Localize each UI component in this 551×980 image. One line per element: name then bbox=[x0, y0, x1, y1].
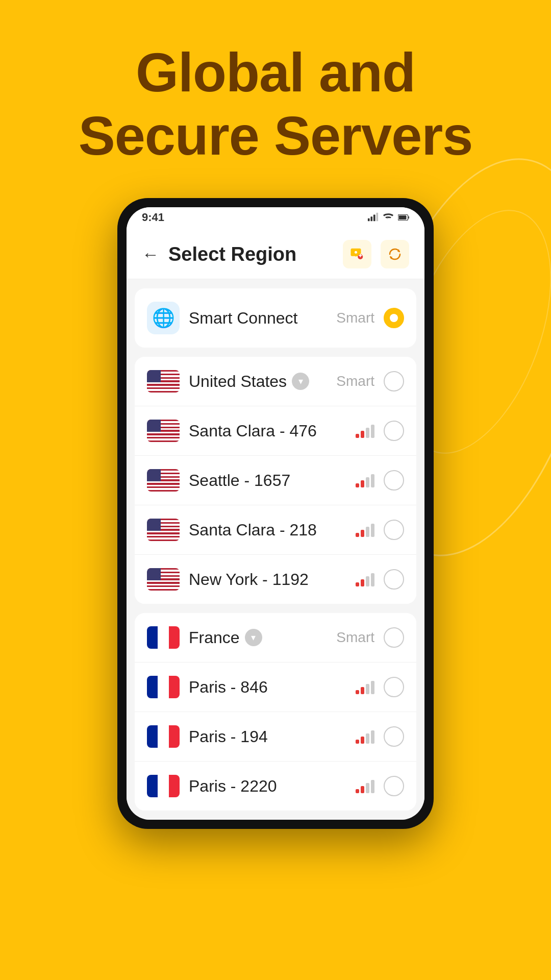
paris-194-label: Paris - 194 bbox=[189, 727, 346, 746]
svg-point-7 bbox=[355, 251, 357, 254]
p194-signal bbox=[356, 729, 374, 744]
seattle-1657-item[interactable]: Seattle - 1657 bbox=[135, 456, 416, 505]
paris-2220-label: Paris - 2220 bbox=[189, 777, 346, 796]
santa-clara-476-label: Santa Clara - 476 bbox=[189, 422, 346, 440]
smart-connect-label: Smart Connect bbox=[189, 309, 327, 328]
phone-screen: 9:41 ← Select Region bbox=[127, 207, 424, 820]
us-smart-label: Smart bbox=[336, 373, 374, 389]
status-time: 9:41 bbox=[142, 211, 164, 224]
paris-2220-item[interactable]: Paris - 2220 bbox=[135, 762, 416, 811]
phone-mockup: 9:41 ← Select Region bbox=[0, 198, 551, 829]
paris-846-label: Paris - 846 bbox=[189, 678, 346, 697]
france-smart-label: Smart bbox=[336, 629, 374, 646]
app-header: ← Select Region bbox=[127, 228, 424, 279]
p194-right bbox=[356, 726, 404, 747]
us-flag-sc476 bbox=[147, 420, 180, 442]
france-flag-p194 bbox=[147, 725, 180, 748]
header-icons bbox=[343, 240, 409, 268]
refresh-icon bbox=[387, 247, 403, 262]
p2220-right bbox=[356, 776, 404, 796]
p846-right bbox=[356, 677, 404, 697]
us-country-right: Smart bbox=[336, 371, 404, 391]
smart-connect-card: 🌐 Smart Connect Smart bbox=[135, 288, 416, 348]
map-pin-icon bbox=[349, 247, 365, 262]
france-expand-badge[interactable]: ▾ bbox=[245, 629, 262, 646]
us-country-radio[interactable] bbox=[384, 371, 404, 391]
new-york-1192-label: New York - 1192 bbox=[189, 570, 346, 589]
p846-signal bbox=[356, 680, 374, 694]
france-country-right: Smart bbox=[336, 627, 404, 648]
header-left: ← Select Region bbox=[142, 243, 296, 265]
france-section-card: France ▾ Smart bbox=[135, 613, 416, 811]
seattle-signal bbox=[356, 473, 374, 487]
svg-rect-0 bbox=[368, 218, 370, 222]
p2220-signal bbox=[356, 779, 374, 793]
status-icons bbox=[367, 212, 409, 223]
ny-signal bbox=[356, 572, 374, 586]
smart-connect-item[interactable]: 🌐 Smart Connect Smart bbox=[135, 288, 416, 348]
santa-clara-218-item[interactable]: Santa Clara - 218 bbox=[135, 505, 416, 555]
globe-icon: 🌐 bbox=[147, 302, 180, 334]
new-york-1192-item[interactable]: New York - 1192 bbox=[135, 555, 416, 604]
us-country-item[interactable]: United States ▾ Smart bbox=[135, 357, 416, 406]
region-list: 🌐 Smart Connect Smart bbox=[127, 279, 424, 820]
wifi-icon bbox=[383, 212, 394, 223]
france-flag-p846 bbox=[147, 676, 180, 698]
us-flag-sc218 bbox=[147, 519, 180, 541]
headline-text: Global and Secure Servers bbox=[31, 41, 520, 167]
p194-radio[interactable] bbox=[384, 726, 404, 747]
sc218-right bbox=[356, 520, 404, 540]
smart-connect-right: Smart bbox=[336, 308, 404, 328]
santa-clara-476-item[interactable]: Santa Clara - 476 bbox=[135, 406, 416, 456]
france-flag-p2220 bbox=[147, 775, 180, 797]
france-flag bbox=[147, 626, 180, 649]
smart-connect-radio[interactable] bbox=[384, 308, 404, 328]
phone-frame: 9:41 ← Select Region bbox=[117, 198, 434, 829]
battery-icon bbox=[398, 212, 409, 223]
svg-rect-1 bbox=[370, 217, 372, 222]
refresh-button[interactable] bbox=[381, 240, 409, 268]
france-country-item[interactable]: France ▾ Smart bbox=[135, 613, 416, 663]
back-button[interactable]: ← bbox=[142, 244, 159, 264]
signal-icon bbox=[367, 212, 379, 223]
sc476-right bbox=[356, 421, 404, 441]
headline-section: Global and Secure Servers bbox=[0, 0, 551, 188]
seattle-1657-label: Seattle - 1657 bbox=[189, 471, 346, 490]
us-expand-badge[interactable]: ▾ bbox=[292, 373, 309, 390]
us-flag-seattle bbox=[147, 469, 180, 492]
sc218-radio[interactable] bbox=[384, 520, 404, 540]
us-country-name: United States ▾ bbox=[189, 372, 327, 391]
sc476-radio[interactable] bbox=[384, 421, 404, 441]
us-flag-ny bbox=[147, 568, 180, 591]
paris-846-item[interactable]: Paris - 846 bbox=[135, 663, 416, 712]
us-section-card: United States ▾ Smart bbox=[135, 357, 416, 604]
france-country-radio[interactable] bbox=[384, 627, 404, 648]
sc476-signal bbox=[356, 424, 374, 438]
svg-rect-3 bbox=[376, 213, 378, 222]
p846-radio[interactable] bbox=[384, 677, 404, 697]
svg-rect-2 bbox=[373, 215, 375, 222]
sc218-signal bbox=[356, 523, 374, 537]
ny-radio[interactable] bbox=[384, 569, 404, 590]
status-bar: 9:41 bbox=[127, 207, 424, 228]
smart-connect-badge: Smart bbox=[336, 310, 374, 326]
us-flag bbox=[147, 370, 180, 393]
seattle-radio[interactable] bbox=[384, 470, 404, 491]
seattle-right bbox=[356, 470, 404, 491]
paris-194-item[interactable]: Paris - 194 bbox=[135, 712, 416, 762]
france-country-name: France ▾ bbox=[189, 628, 327, 647]
santa-clara-218-label: Santa Clara - 218 bbox=[189, 521, 346, 540]
location-pin-button[interactable] bbox=[343, 240, 371, 268]
p2220-radio[interactable] bbox=[384, 776, 404, 796]
ny-right bbox=[356, 569, 404, 590]
page-title: Select Region bbox=[168, 243, 296, 265]
svg-rect-5 bbox=[399, 215, 407, 219]
